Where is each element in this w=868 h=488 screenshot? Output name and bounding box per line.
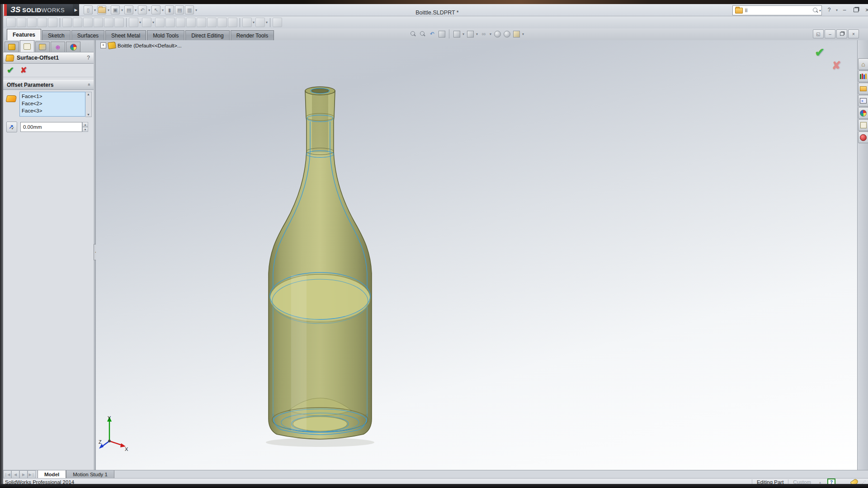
toolbar-icon[interactable] [6,18,16,27]
toolbar-icon[interactable] [73,18,82,27]
section-view-icon[interactable] [438,30,446,38]
face-list-item[interactable]: Face<1> [22,93,85,100]
close-button[interactable]: × [862,6,868,14]
toolbar-icon[interactable] [17,18,26,27]
search-input[interactable]: ii [745,7,812,14]
doc-close-icon[interactable]: × [848,29,859,38]
tab-features[interactable]: Features [7,29,41,40]
toolbar-icon[interactable] [62,18,72,27]
toolbar-icon[interactable] [255,18,265,27]
scroll-down-icon[interactable]: ▼ [87,113,90,117]
search-scope-folder-icon[interactable] [735,8,743,14]
view-palette-icon[interactable] [858,95,868,107]
pm-cancel-button[interactable]: ✘ [20,66,27,75]
minimize-button[interactable]: – [840,6,849,14]
tab-sketch[interactable]: Sketch [42,30,71,40]
toolbar-icon[interactable] [228,18,237,27]
tab-property-manager[interactable] [20,40,34,52]
tab-configuration-manager[interactable] [35,42,50,52]
toolbar-icon[interactable] [242,18,252,27]
tab-surfaces[interactable]: Surfaces [71,30,104,40]
toolbar-icon[interactable] [186,18,196,27]
toolbar-icon[interactable] [94,18,103,27]
tab-render-tools[interactable]: Render Tools [231,30,274,40]
search-dropdown-icon[interactable]: ▾ [819,9,821,13]
display-style-dropdown-icon[interactable]: ▾ [476,32,478,36]
tab-dimxpert-manager[interactable]: ⊕ [51,42,65,52]
doc-restore-icon[interactable] [836,29,847,38]
title-bar: ЗS SOLID WORKS ▶ ▯▾ ▾ ▣▾ ▤▾ ↶▾ ↖▾ ▮ ▤ ▥▾… [3,4,868,16]
spinner-up-icon[interactable]: ▲ [82,122,88,127]
display-style-icon[interactable] [466,30,474,38]
hide-show-items-icon[interactable]: ∞ [480,30,488,38]
solidworks-forum-icon[interactable] [858,131,868,143]
toolbar-icon[interactable] [38,18,47,27]
doc-cascade-icon[interactable]: ◱ [813,29,824,38]
toolbar-dropdown-icon[interactable]: ▾ [253,20,255,24]
previous-view-icon[interactable]: ↶ [428,30,436,38]
zoom-to-area-icon[interactable] [419,30,427,38]
last-tab-icon[interactable]: ▶❘ [28,470,36,479]
scroll-up-icon[interactable]: ▲ [87,92,90,96]
toolbar-dropdown-icon[interactable]: ▾ [152,20,154,24]
view-orientation-dropdown-icon[interactable]: ▾ [462,32,464,36]
toolbar-icon[interactable] [27,18,37,27]
toolbar-icon[interactable] [165,18,175,27]
face-list-item[interactable]: Face<2> [22,100,85,107]
first-tab-icon[interactable]: ❘◀ [3,470,11,479]
face-list-scrollbar[interactable]: ▲ ▼ [85,92,92,117]
search-box[interactable]: ii ▾ [732,5,822,15]
custom-properties-icon[interactable] [858,119,868,131]
toolbar-icon[interactable] [129,18,138,27]
toolbar-icon[interactable] [217,18,227,27]
bottle-3d-model[interactable] [96,40,857,470]
toolbar-icon[interactable] [273,18,282,27]
toolbar-icon[interactable] [197,18,206,27]
toolbar-icon[interactable] [83,18,93,27]
apply-scene-icon[interactable] [503,30,511,38]
design-library-icon[interactable] [858,70,868,82]
tab-sheet-metal[interactable]: Sheet Metal [105,30,146,40]
tab-motion-study-1[interactable]: Motion Study 1 [66,470,114,479]
toolbar-icon[interactable] [176,18,185,27]
help-icon[interactable]: ? [824,6,834,14]
toolbar-icon[interactable] [207,18,217,27]
search-icon[interactable] [812,8,818,13]
toolbar-dropdown-icon[interactable]: ▾ [139,20,141,24]
pm-help-icon[interactable]: ? [87,55,90,61]
offset-parameters-header[interactable]: Offset Parameters » [3,80,94,90]
next-tab-icon[interactable]: ▶ [19,470,28,479]
hide-show-dropdown-icon[interactable]: ▾ [490,32,491,36]
face-list-item[interactable]: Face<3> [22,107,85,114]
prev-tab-icon[interactable]: ◀ [11,470,19,479]
toolbar-dropdown-icon[interactable]: ▾ [266,20,268,24]
view-settings-icon[interactable] [512,30,520,38]
file-explorer-icon[interactable] [858,83,868,94]
pm-ok-button[interactable]: ✔ [7,65,14,75]
collapse-chevrons-icon[interactable]: » [87,84,92,86]
view-settings-dropdown-icon[interactable]: ▾ [522,32,524,36]
doc-minimize-icon[interactable]: – [825,29,835,38]
offset-distance-input[interactable]: 0.00mm [20,122,82,132]
restore-button[interactable] [851,6,861,14]
edit-appearance-icon[interactable] [493,30,501,38]
solidworks-resources-icon[interactable]: ⌂ [858,58,868,70]
tab-direct-editing[interactable]: Direct Editing [185,30,229,40]
spinner-down-icon[interactable]: ▼ [82,127,88,132]
offset-distance-icon[interactable]: ↗ ↙ [6,122,17,132]
view-orientation-icon[interactable] [453,30,461,38]
tab-mold-tools[interactable]: Mold Tools [147,30,184,40]
toolbar-icon[interactable] [155,18,165,27]
tab-feature-manager-tree[interactable] [5,42,19,52]
graphics-viewport[interactable]: + Boittle (Default<<Default>... ✔ ✘ [96,40,857,470]
tab-display-manager[interactable] [66,42,80,52]
tab-model[interactable]: Model [38,470,66,479]
appearances-scenes-icon[interactable] [858,107,868,119]
face-selection-list[interactable]: Face<1> Face<2> Face<3> [19,92,85,117]
toolbar-icon[interactable] [104,18,113,27]
toolbar-icon[interactable] [114,18,124,27]
zoom-to-fit-icon[interactable] [409,30,417,38]
toolbar-icon[interactable] [142,18,151,27]
help-dropdown-icon[interactable]: ▾ [836,8,838,12]
toolbar-icon[interactable] [48,18,57,27]
